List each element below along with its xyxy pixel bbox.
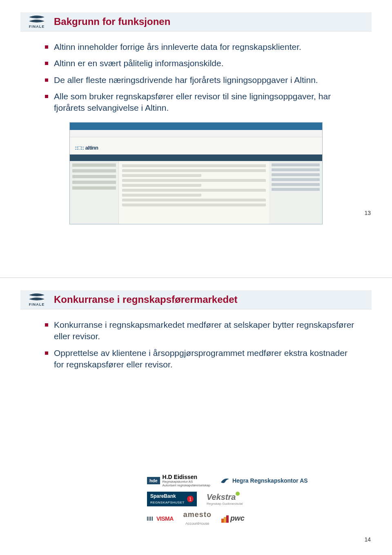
svg-rect-0 [221, 519, 224, 523]
finale-logo: FINALE [24, 15, 49, 29]
visma-logo: VISMA [147, 515, 174, 522]
altinn-screenshot: ::□:: altinn [69, 122, 323, 224]
bullet-list: Konkurranse i regnskapsmarkedet medfører… [20, 319, 372, 370]
vekstra-logo: Vekstra Regnskap Gudbrandsdal [207, 492, 243, 506]
slide-title: Konkurranse i regnskapsførermarkedet [54, 294, 238, 305]
finale-logo-text: FINALE [29, 25, 45, 29]
bullet-list: Altinn inneholder forrige års innleverte… [20, 41, 372, 114]
bullet-item: Altinn inneholder forrige års innleverte… [45, 41, 359, 53]
visma-bars-icon [147, 517, 153, 521]
hegra-logo: Hegra Regnskapskontor AS [220, 477, 308, 485]
altinn-brand-label: ::□:: altinn [75, 145, 98, 151]
svg-rect-2 [226, 515, 229, 523]
finale-logo-mark [28, 15, 45, 24]
finale-logo-text: FINALE [29, 302, 45, 307]
sparebank-one-icon: 1 [187, 496, 194, 502]
sparebank-logo: SpareBank REGNSKAPSHUSET 1 [147, 492, 197, 506]
partner-logos: hde H.D Eidissen Regnskapskontor AS Auto… [147, 474, 368, 530]
pwc-mark-icon [221, 515, 229, 523]
svg-rect-1 [224, 517, 226, 523]
bullet-item: Alle som bruker regnskapsfører eller rev… [45, 91, 359, 114]
page-number: 13 [364, 210, 371, 216]
slide-2: FINALE Konkurranse i regnskapsførermarke… [0, 278, 392, 555]
hde-logo: hde H.D Eidissen Regnskapskontor AS Auto… [147, 474, 210, 488]
finale-logo-mark [28, 293, 45, 302]
finale-logo: FINALE [24, 293, 49, 307]
bird-icon [220, 477, 230, 485]
amesto-logo: amesto AccountHouse [183, 510, 212, 526]
slide-header: FINALE Bakgrunn for funksjonen [20, 12, 372, 31]
page-number: 14 [364, 536, 371, 543]
pwc-logo: pwc [221, 514, 245, 523]
slide-1: FINALE Bakgrunn for funksjonen Altinn in… [0, 0, 392, 278]
bullet-item: Opprettelse av klientene i årsoppgjørspr… [45, 347, 359, 371]
bullet-item: Altinn er en svært pålitelig informasjon… [45, 58, 359, 69]
slide-header: FINALE Konkurranse i regnskapsførermarke… [20, 290, 372, 309]
slide-title: Bakgrunn for funksjonen [54, 16, 170, 27]
bullet-item: Konkurranse i regnskapsmarkedet medfører… [45, 319, 359, 342]
bullet-item: De aller fleste næringsdrivende har fjor… [45, 74, 359, 86]
